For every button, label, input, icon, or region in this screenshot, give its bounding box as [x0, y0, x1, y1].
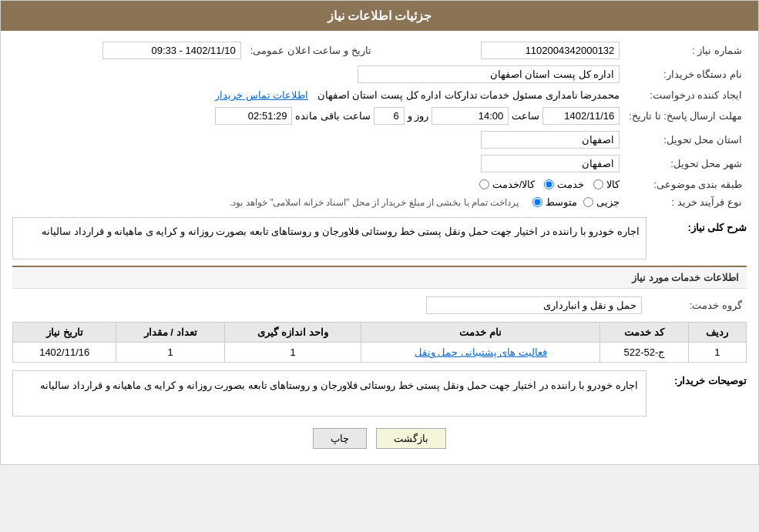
category-khedmat-radio[interactable]: [544, 179, 554, 189]
page-title: جزئیات اطلاعات نیاز: [327, 9, 432, 22]
purchase-type-jozi-radio[interactable]: [583, 197, 593, 207]
announcement-date-value: 1402/11/10 - 09:33: [12, 38, 246, 62]
table-row: 1 ج-52-522 فعالیت های پشتیبانی حمل ونقل …: [13, 343, 747, 363]
info-table: شماره نیاز : 1102004342000132 تاریخ و سا…: [12, 38, 747, 211]
buyer-notes-label: توصیحات خریدار:: [646, 370, 747, 386]
need-number-label: شماره نیاز :: [624, 38, 747, 62]
announcement-date-label: تاریخ و ساعت اعلان عمومی:: [246, 38, 376, 62]
service-group-label: گروه خدمت:: [646, 293, 747, 317]
col-code: کد خدمت: [600, 323, 688, 343]
deadline-remaining-box: 02:51:29: [215, 107, 292, 125]
row-num: 1: [688, 343, 746, 363]
buyer-notes-container: اجاره خودرو با راننده در اختیار جهت حمل …: [12, 370, 646, 417]
purchase-type-note: پرداخت تمام یا بخشی از مبلغ خریدار از مح…: [230, 197, 519, 208]
city-box: اصفهان: [481, 155, 620, 172]
deadline-row: 1402/11/16 ساعت 14:00 روز و 6 ساعت باقی …: [12, 104, 624, 128]
deadline-days-label: روز و: [408, 110, 429, 122]
announcement-date-box: 1402/11/10 - 09:33: [102, 42, 241, 59]
category-kala-option[interactable]: کالا: [593, 179, 620, 190]
purchase-type-jozi-label: جزیی: [596, 196, 620, 208]
col-unit-label: واحد اندازه گیری: [257, 326, 327, 338]
row-quantity: 1: [116, 343, 225, 363]
category-khedmat-option[interactable]: خدمت: [544, 179, 584, 190]
deadline-time-box: 14:00: [432, 107, 509, 125]
description-label: شرح کلی نیاز:: [646, 217, 747, 233]
buyer-notes-section: توصیحات خریدار: اجاره خودرو با راننده در…: [12, 370, 747, 417]
service-group-box: حمل و نقل و انبارداری: [426, 296, 642, 314]
buyer-box: اداره کل پست استان اصفهان: [358, 65, 620, 83]
col-row: ردیف: [688, 323, 746, 343]
service-group-value: حمل و نقل و انبارداری: [12, 293, 646, 317]
category-khedmat-label: خدمت: [557, 179, 584, 190]
purchase-type-motavasset-label: متوسط: [546, 196, 577, 208]
city-label: شهر محل تحویل:: [624, 152, 747, 176]
province-label: استان محل تحویل:: [624, 128, 747, 152]
category-kala-khedmat-label: کالا/خدمت: [492, 179, 536, 190]
creator-text: محمدرضا نامداری مسئول خدمات تداركات ادار…: [317, 89, 620, 101]
back-button[interactable]: بازگشت: [376, 428, 446, 449]
row-unit: 1: [224, 343, 361, 363]
purchase-type-motavasset[interactable]: متوسط: [532, 196, 577, 208]
row-name[interactable]: فعالیت های پشتیبانی حمل ونقل: [361, 343, 600, 363]
description-container: اجاره خودرو با راننده در اختیار جهت حمل …: [12, 217, 646, 259]
purchase-type-label: نوع فرآیند خرید :: [624, 193, 747, 211]
category-kala-label: کالا: [606, 179, 620, 190]
row-code: ج-52-522: [600, 343, 688, 363]
row-date: 1402/11/16: [13, 343, 116, 363]
purchase-type-row: جزیی متوسط پرداخت تمام یا بخشی از مبلغ خ…: [12, 193, 624, 211]
need-number-box: 1102004342000132: [481, 42, 620, 59]
category-kala-khedmat-radio[interactable]: [479, 179, 489, 189]
contact-link[interactable]: اطلاعات تماس خریدار: [215, 89, 308, 101]
button-row: بازگشت چاپ: [12, 428, 747, 449]
purchase-type-jozi[interactable]: جزیی: [583, 196, 620, 208]
col-name: نام خدمت: [361, 323, 600, 343]
description-text: اجاره خودرو با راننده در اختیار جهت حمل …: [12, 217, 646, 259]
category-kala-khedmat-option[interactable]: کالا/خدمت: [479, 179, 536, 190]
need-number-value: 1102004342000132: [391, 38, 625, 62]
province-box: اصفهان: [481, 131, 620, 149]
city-value: اصفهان: [12, 152, 624, 176]
category-label: طبقه بندی موضوعی:: [624, 176, 747, 193]
buyer-value: اداره کل پست استان اصفهان: [12, 62, 624, 86]
creator-value: محمدرضا نامداری مسئول خدمات تداركات ادار…: [12, 86, 624, 104]
deadline-remaining-label: ساعت باقی مانده: [295, 110, 370, 122]
buyer-notes-text: اجاره خودرو با راننده در اختیار جهت حمل …: [12, 370, 646, 417]
buyer-label: نام دستگاه خریدار:: [624, 62, 747, 86]
province-value: اصفهان: [12, 128, 624, 152]
deadline-days-box: 6: [374, 107, 405, 125]
deadline-label: مهلت ارسال پاسخ: تا تاریخ:: [624, 104, 747, 128]
services-table: ردیف کد خدمت نام خدمت واحد اندازه گیری ت…: [12, 322, 747, 363]
deadline-date-box: 1402/11/16: [542, 107, 620, 125]
category-kala-radio[interactable]: [593, 179, 603, 189]
deadline-time-label: ساعت: [512, 110, 539, 122]
page-header: جزئیات اطلاعات نیاز: [1, 1, 758, 31]
purchase-type-motavasset-radio[interactable]: [532, 197, 542, 207]
services-section-title: اطلاعات خدمات مورد نیاز: [12, 266, 747, 289]
service-group-table: گروه خدمت: حمل و نقل و انبارداری: [12, 293, 747, 317]
col-quantity: تعداد / مقدار: [116, 323, 225, 343]
print-button[interactable]: چاپ: [313, 428, 367, 449]
col-date: تاریخ نیاز: [13, 323, 116, 343]
category-value: کالا خدمت کالا/خدمت: [12, 176, 624, 193]
col-unit: واحد اندازه گیری: [224, 323, 361, 343]
description-section: شرح کلی نیاز: اجاره خودرو با راننده در ا…: [12, 217, 747, 259]
creator-label: ایجاد کننده درخواست:: [624, 86, 747, 104]
